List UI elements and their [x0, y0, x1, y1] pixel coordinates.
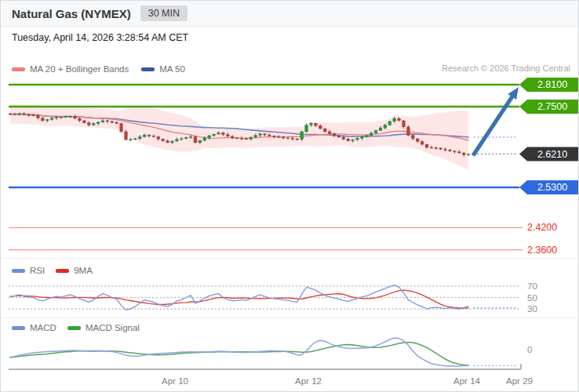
candle-up [388, 122, 391, 125]
candle-up [393, 118, 396, 122]
candle-down [60, 117, 63, 118]
price-level-badge-text: 2.7500 [537, 101, 567, 112]
candle-down [272, 136, 275, 136]
candle-up [189, 136, 192, 137]
candle-down [398, 118, 401, 121]
candle-up [370, 133, 373, 136]
macd-signal-line [10, 343, 468, 366]
candle-down [74, 116, 77, 118]
candle-down [328, 132, 331, 134]
time-axis-label: Apr 14 [453, 376, 480, 386]
minor-support-label: 2.4200 [527, 222, 557, 233]
candle-down [78, 118, 82, 121]
candle-down [106, 121, 109, 122]
candle-down [282, 137, 285, 138]
trading-central-chart-widget: Natural Gas (NYMEX) 30 MIN Tuesday, Apri… [0, 0, 579, 392]
candle-up [133, 139, 137, 140]
candle-up [101, 121, 104, 122]
time-axis-label: Apr 29 [506, 376, 533, 386]
candle-down [277, 136, 280, 137]
candle-up [351, 140, 355, 140]
forecast-arrow-shaft [473, 93, 514, 155]
bollinger-band-area [10, 104, 468, 169]
rsi-level-label: 70 [527, 281, 537, 291]
price-level-badge-text: 2.6210 [537, 149, 567, 160]
candle-down [240, 138, 243, 139]
candle-up [129, 140, 132, 140]
candle-down [32, 115, 35, 116]
rsi-9ma-line [10, 290, 468, 308]
candle-down [296, 139, 299, 140]
candle-up [184, 137, 188, 138]
rsi-level-label: 30 [527, 304, 537, 314]
candle-down [264, 134, 267, 135]
candle-up [213, 134, 216, 136]
candle-down [226, 135, 229, 136]
time-axis-label: Apr 10 [162, 376, 188, 386]
candle-down [152, 136, 155, 136]
candle-down [435, 147, 438, 148]
candle-down [411, 136, 414, 139]
candle-up [300, 132, 304, 140]
candle-down [462, 153, 465, 154]
candle-up [96, 122, 100, 124]
candle-up [55, 117, 58, 118]
candle-up [18, 114, 21, 114]
candle-down [347, 139, 350, 140]
candle-down [286, 138, 290, 139]
candle-down [245, 139, 248, 140]
candle-down [402, 121, 406, 127]
candle-down [268, 135, 271, 136]
candle-down [23, 114, 26, 114]
candle-down [87, 123, 90, 125]
candle-up [365, 136, 368, 137]
candle-up [379, 128, 382, 130]
candle-up [249, 137, 253, 139]
candle-down [231, 136, 234, 138]
candle-down [162, 139, 165, 140]
price-level-badge-text: 2.8100 [537, 79, 567, 90]
candle-up [198, 140, 202, 143]
candle-down [314, 123, 317, 125]
candle-down [291, 138, 294, 139]
candle-down [147, 135, 151, 136]
macd-line [10, 338, 468, 366]
candle-down [421, 142, 424, 145]
candle-up [259, 134, 262, 136]
candle-down [82, 121, 86, 123]
candle-down [36, 115, 39, 118]
candle-up [254, 136, 257, 137]
candle-down [430, 147, 433, 148]
candle-up [384, 125, 387, 128]
candle-up [92, 124, 95, 125]
candle-up [138, 136, 141, 138]
chart-canvas: 2.81002.75002.62102.53002.42002.36007050… [1, 1, 579, 392]
candle-up [356, 138, 359, 140]
candle-up [310, 123, 313, 125]
macd-zero-label: 0 [527, 345, 532, 354]
price-level-badge-text: 2.5300 [537, 182, 567, 193]
candle-up [69, 116, 72, 117]
candle-up [467, 154, 470, 154]
candle-down [120, 124, 123, 132]
candle-down [439, 148, 442, 149]
candle-down [444, 149, 447, 150]
candle-down [416, 139, 419, 142]
candle-down [13, 114, 16, 114]
candle-down [125, 132, 128, 140]
candle-up [50, 118, 53, 120]
candle-down [453, 151, 456, 152]
candle-down [425, 144, 428, 147]
candle-up [175, 140, 178, 141]
candle-down [235, 138, 239, 139]
candle-up [46, 119, 49, 120]
rsi-level-label: 50 [527, 293, 537, 303]
candle-down [157, 136, 160, 139]
candle-down [323, 129, 326, 132]
candle-down [194, 136, 197, 142]
candle-down [221, 132, 224, 134]
candle-up [180, 139, 183, 140]
candle-up [208, 136, 211, 138]
candle-down [9, 114, 12, 114]
minor-support-label: 2.3600 [527, 245, 557, 256]
